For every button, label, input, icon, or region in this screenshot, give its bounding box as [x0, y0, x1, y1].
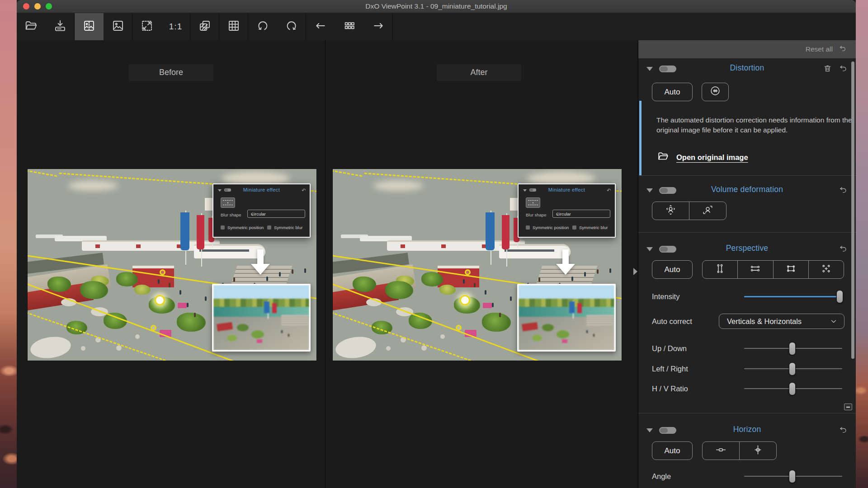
undo-icon[interactable] — [838, 64, 848, 75]
left-right-slider[interactable] — [744, 361, 842, 376]
before-label: Before — [129, 64, 213, 81]
compare-icon — [82, 19, 96, 34]
export-icon — [53, 19, 67, 34]
distortion-manual-icon — [709, 85, 721, 99]
force-rectangle-button[interactable] — [773, 261, 808, 278]
arrow-right-icon — [372, 19, 385, 34]
force-verticals-button[interactable] — [703, 261, 737, 278]
mini-blur-shape-label: Blur shape — [221, 212, 241, 217]
volume-horizontal-button[interactable] — [652, 202, 689, 220]
hv-ratio-label: H / V Ratio — [652, 385, 688, 393]
hv-ratio-control: H / V Ratio — [638, 381, 856, 396]
rotate-ccw-icon — [256, 19, 269, 34]
auto-correct-control: Auto correct Verticals & Horizontals — [638, 314, 856, 329]
inset-art — [213, 285, 309, 350]
slider-handle[interactable] — [789, 362, 796, 375]
volume-diagonal-button[interactable] — [689, 202, 726, 220]
rotate-right-button[interactable] — [277, 13, 306, 40]
crop-tool-button[interactable] — [190, 13, 219, 40]
undo-icon[interactable] — [838, 185, 848, 197]
previous-image-button[interactable] — [306, 13, 335, 40]
angle-control: Angle — [638, 469, 856, 484]
rectangle-corners-icon — [785, 263, 797, 277]
reset-all-button[interactable]: Reset all — [638, 40, 856, 58]
grid-icon — [227, 19, 241, 34]
next-image-button[interactable] — [364, 13, 393, 40]
compare-before-after-button[interactable] — [75, 13, 104, 40]
mini-blur-shape-dropdown: Circular⌄ — [247, 210, 305, 218]
single-image-view-button[interactable] — [104, 13, 132, 40]
intensity-slider[interactable] — [744, 289, 842, 304]
volume-mode-group — [652, 202, 726, 220]
perspective-title: Perspective — [638, 244, 856, 253]
viewer-area: Before — [17, 40, 638, 488]
horizon-level-button[interactable] — [703, 442, 739, 460]
mini-panel-title: Miniature effect — [213, 187, 310, 192]
slider-handle[interactable] — [836, 290, 843, 303]
rotate-left-button[interactable] — [248, 13, 277, 40]
open-original-row[interactable]: Open original image — [656, 150, 748, 164]
volume-deformation-header: Volume deformation — [638, 184, 856, 196]
eight-points-icon — [820, 263, 832, 277]
reset-all-label: Reset all — [806, 45, 833, 53]
after-photo: Miniature effect ↷ Blur shape Circular⌄ … — [333, 169, 622, 361]
open-original-image-link[interactable]: Open original image — [676, 153, 748, 162]
miniature-effect-panel: Miniature effect ↷ Blur shape Circular⌄ … — [212, 183, 311, 238]
force-horizontals-button[interactable] — [737, 261, 773, 278]
slider-handle[interactable] — [789, 382, 796, 395]
eight-point-button[interactable] — [808, 261, 844, 278]
mini-blur-shape-dropdown: Circular⌄ — [552, 210, 610, 218]
mini-blur-band-button — [526, 197, 540, 208]
angle-slider[interactable] — [744, 469, 842, 484]
sidebar-scrollbar[interactable] — [851, 61, 854, 359]
left-right-label: Left / Right — [652, 365, 688, 373]
titlebar: DxO ViewPoint 3.1 - 09_miniature_tutoria… — [17, 0, 856, 13]
perspective-tool-group — [702, 260, 844, 279]
up-down-slider[interactable] — [744, 341, 842, 356]
person-corners-icon — [702, 204, 714, 218]
crop-stack-icon — [198, 19, 212, 34]
perspective-header: Perspective — [638, 243, 856, 255]
horizon-auto-button[interactable]: Auto — [652, 441, 693, 460]
mini-symmetric-position-label: Symmetric position — [227, 225, 264, 230]
slider-handle[interactable] — [789, 342, 796, 355]
grid-overlay-button[interactable] — [219, 13, 248, 40]
inset-art — [519, 285, 614, 350]
perspective-auto-button[interactable]: Auto — [652, 260, 693, 279]
open-file-button[interactable] — [17, 13, 46, 40]
sidebar-collapse-arrow[interactable] — [633, 268, 637, 275]
auto-correct-dropdown[interactable]: Verticals & Horizontals — [719, 314, 844, 329]
hv-ratio-slider[interactable] — [744, 381, 842, 396]
export-button[interactable] — [46, 13, 75, 40]
level-vertical-icon — [752, 444, 764, 458]
undo-icon — [838, 44, 847, 55]
person-arrows-icon — [665, 204, 677, 218]
info-accent-stripe — [639, 101, 642, 175]
thumbnail-browser-button[interactable] — [335, 13, 364, 40]
mini-undo-icon: ↷ — [607, 188, 611, 193]
down-arrow-marker — [251, 249, 270, 276]
horizon-header: Horizon — [638, 424, 856, 436]
before-photo: Miniature effect ↷ Blur shape Circular⌄ … — [28, 169, 316, 361]
undo-icon[interactable] — [838, 425, 848, 436]
parallel-horizontals-icon — [749, 263, 761, 277]
distortion-manual-button[interactable] — [702, 83, 729, 101]
fit-to-screen-button[interactable] — [132, 13, 161, 40]
scrollbar-collapse-button[interactable] — [844, 404, 852, 410]
slider-handle[interactable] — [789, 470, 796, 483]
horizon-title: Horizon — [638, 425, 856, 434]
intensity-control: Intensity — [638, 289, 856, 304]
left-right-control: Left / Right — [638, 361, 856, 376]
up-down-label: Up / Down — [652, 344, 687, 353]
screen: DxO ViewPoint 3.1 - 09_miniature_tutoria… — [0, 0, 868, 488]
mini-blur-shape-label: Blur shape — [526, 212, 546, 217]
desktop-wallpaper-left — [0, 0, 17, 488]
undo-icon[interactable] — [838, 244, 848, 255]
horizon-vertical-button[interactable] — [739, 442, 776, 460]
distortion-auto-button[interactable]: Auto — [652, 83, 693, 101]
zoom-one-to-one-button[interactable]: 1:1 — [161, 13, 190, 40]
desktop-wallpaper-right — [856, 0, 868, 488]
before-pane: Before — [17, 40, 325, 488]
after-pane: After — [326, 40, 638, 488]
trash-icon[interactable] — [823, 64, 832, 75]
